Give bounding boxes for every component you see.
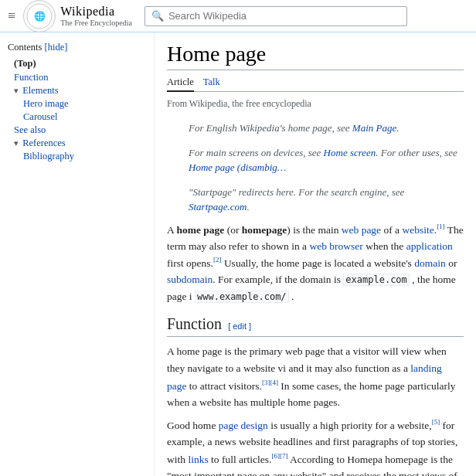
hatnote-1: For English Wikipedia's home page, see M… — [167, 117, 464, 139]
wikipedia-globe-icon: 🌐 — [26, 3, 53, 29]
sidebar-item-see-also[interactable]: See also — [8, 124, 146, 137]
sidebar-item-hero-image[interactable]: Hero image — [8, 97, 146, 110]
site-title: Wikipedia — [60, 5, 132, 19]
sidebar-item-function[interactable]: Function — [8, 71, 146, 84]
ref-5[interactable]: [5] — [432, 418, 440, 426]
ref-67[interactable]: [6][7] — [271, 452, 287, 460]
sidebar-item-carousel[interactable]: Carousel — [8, 110, 146, 124]
hamburger-menu-icon[interactable]: ≡ — [8, 8, 15, 24]
ref-1[interactable]: [1] — [437, 223, 445, 230]
home-screen-link[interactable]: Home screen — [324, 147, 376, 158]
domain-link[interactable]: domain — [414, 257, 446, 269]
sidebar: Contents [hide] (Top) Function ▾ Element… — [0, 32, 155, 476]
search-input[interactable] — [168, 10, 400, 22]
contents-label: Contents — [8, 42, 42, 53]
main-page-link[interactable]: Main Page — [352, 122, 396, 134]
sidebar-item-bibliography[interactable]: Bibliography — [8, 150, 146, 163]
chevron-down-icon: ▾ — [14, 86, 19, 95]
site-subtitle: The Free Encyclopedia — [60, 19, 132, 27]
site-name: Wikipedia The Free Encyclopedia — [60, 5, 132, 27]
hatnote-3: "Startpage" redirects here. For the sear… — [167, 182, 464, 218]
search-bar[interactable]: 🔍 — [144, 6, 407, 26]
tabs-bar: Article Talk — [167, 76, 464, 92]
page-design-link[interactable]: page design — [219, 420, 268, 431]
function-para-2: Good home page design is usually a high … — [167, 416, 464, 476]
landing-page-link[interactable]: landing page — [167, 362, 442, 391]
logo-area: 🌐 Wikipedia The Free Encyclopedia — [23, 0, 132, 32]
wikipedia-logo: 🌐 — [23, 0, 56, 32]
sidebar-item-elements[interactable]: ▾ Elements — [8, 84, 146, 97]
function-heading: Function [ edit ] — [167, 315, 464, 337]
startpage-link[interactable]: Startpage.com — [189, 201, 246, 212]
toc-top[interactable]: (Top) — [8, 56, 146, 71]
home-page-disambig-link[interactable]: Home page (disambig… — [189, 162, 286, 173]
main-content: Home page Article Talk From Wikipedia, t… — [155, 32, 476, 476]
sidebar-item-references[interactable]: ▾ References — [8, 137, 146, 150]
web-page-link[interactable]: web page — [342, 223, 381, 235]
web-browser-link[interactable]: web browser — [309, 240, 362, 252]
toc-hide-link[interactable]: [hide] — [45, 42, 68, 53]
ref-2[interactable]: [2] — [213, 256, 222, 264]
tab-talk[interactable]: Talk — [203, 76, 220, 88]
page-layout: Contents [hide] (Top) Function ▾ Element… — [0, 32, 476, 476]
ref-3[interactable]: [3][4] — [262, 379, 278, 386]
tab-article[interactable]: Article — [167, 76, 194, 92]
application-link[interactable]: application — [406, 240, 453, 252]
header: ≡ 🌐 Wikipedia The Free Encyclopedia 🔍 — [0, 0, 476, 32]
function-edit-link[interactable]: [ edit ] — [228, 321, 251, 331]
hatnote-2: For main screens on devices, see Home sc… — [167, 142, 464, 178]
intro-paragraph: A home page (or homepage) is the main we… — [167, 221, 464, 305]
website-link[interactable]: website — [403, 223, 434, 235]
function-para-1: A home page is the primary web page that… — [167, 343, 464, 410]
subdomain-link[interactable]: subdomain — [167, 274, 212, 285]
page-title: Home page — [167, 42, 464, 70]
toc-header: Contents [hide] — [8, 42, 146, 53]
svg-text:🌐: 🌐 — [34, 10, 46, 22]
from-wikipedia-text: From Wikipedia, the free encyclopedia — [167, 98, 464, 110]
links-link[interactable]: links — [188, 454, 208, 465]
chevron-down-icon-2: ▾ — [14, 138, 19, 148]
search-icon: 🔍 — [151, 10, 164, 22]
